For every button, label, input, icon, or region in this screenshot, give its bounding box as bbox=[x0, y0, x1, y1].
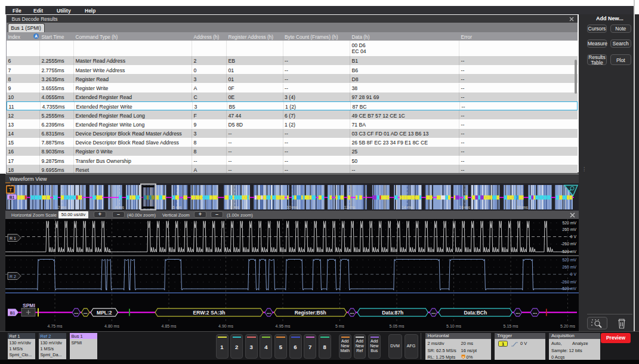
svg-text:4.95 ms: 4.95 ms bbox=[276, 324, 291, 328]
svg-text:T: T bbox=[9, 187, 13, 193]
svg-text:4.80 ms: 4.80 ms bbox=[104, 324, 119, 328]
svg-text:14 ms: 14 ms bbox=[402, 205, 413, 209]
svg-text:...: ... bbox=[84, 309, 88, 315]
svg-text:Register:B5h: Register:B5h bbox=[295, 310, 326, 316]
svg-text:...: ... bbox=[350, 309, 354, 315]
svg-text:8 ms: 8 ms bbox=[230, 205, 240, 209]
svg-text:260 mV: 260 mV bbox=[563, 227, 577, 232]
svg-text:4 ms: 4 ms bbox=[115, 205, 125, 209]
svg-text:-520 mV: -520 mV bbox=[561, 286, 576, 291]
svg-text:0 V: 0 V bbox=[570, 272, 577, 276]
svg-text:Data:87h: Data:87h bbox=[382, 310, 403, 316]
svg-text:16 ms: 16 ms bbox=[459, 205, 471, 209]
svg-text:-520 mV: -520 mV bbox=[561, 249, 576, 254]
svg-text:0 V: 0 V bbox=[570, 235, 577, 239]
svg-text:R 2: R 2 bbox=[10, 274, 16, 279]
svg-text:A: A bbox=[35, 34, 38, 38]
svg-text:...: ... bbox=[267, 309, 271, 315]
svg-text:MPL:2: MPL:2 bbox=[97, 310, 112, 316]
svg-text:...: ... bbox=[533, 309, 537, 315]
svg-text:SPMI: SPMI bbox=[23, 303, 35, 309]
svg-text:ERW:2 SA:3h: ERW:2 SA:3h bbox=[193, 310, 225, 316]
svg-text:5.15 ms: 5.15 ms bbox=[504, 324, 518, 328]
svg-text:4.90 ms: 4.90 ms bbox=[218, 324, 233, 328]
svg-text:...: ... bbox=[74, 309, 78, 315]
svg-text:6 ms: 6 ms bbox=[172, 205, 182, 209]
svg-text:-260 mV: -260 mV bbox=[561, 280, 576, 284]
svg-text:5 ms: 5 ms bbox=[335, 324, 345, 328]
svg-text:12 ms: 12 ms bbox=[344, 205, 356, 209]
svg-text:4.85 ms: 4.85 ms bbox=[162, 324, 177, 328]
svg-text:2 ms: 2 ms bbox=[57, 205, 67, 209]
svg-text:10 ms: 10 ms bbox=[286, 205, 298, 209]
svg-text:520 mV: 520 mV bbox=[563, 258, 577, 262]
svg-text:5.20 ms: 5.20 ms bbox=[560, 324, 575, 328]
svg-text:...: ... bbox=[431, 309, 436, 315]
svg-text:...: ... bbox=[515, 309, 520, 315]
svg-text:-260 mV: -260 mV bbox=[561, 242, 576, 246]
svg-text:5.10 ms: 5.10 ms bbox=[446, 324, 461, 328]
svg-text:5.05 ms: 5.05 ms bbox=[390, 324, 405, 328]
svg-text:B1: B1 bbox=[10, 311, 16, 315]
svg-text:R 1: R 1 bbox=[10, 236, 16, 240]
svg-text:18 ms: 18 ms bbox=[517, 205, 529, 209]
svg-text:Data:BCh: Data:BCh bbox=[464, 310, 487, 316]
svg-text:4.75 ms: 4.75 ms bbox=[48, 324, 63, 328]
svg-text:B1: B1 bbox=[10, 195, 15, 199]
svg-text:520 mV: 520 mV bbox=[563, 221, 577, 225]
svg-text:260 mV: 260 mV bbox=[563, 265, 577, 269]
